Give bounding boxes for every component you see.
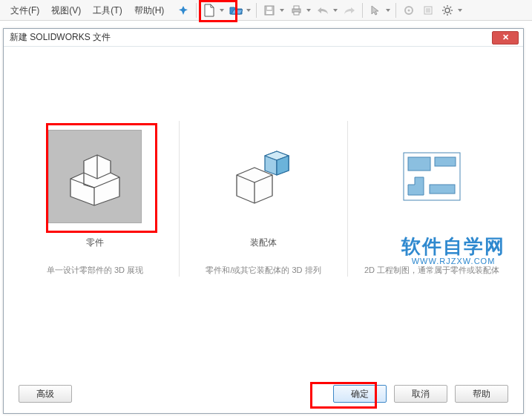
option-drawing-desc: 2D 工程制图，通常属于零件或装配体 xyxy=(364,264,499,277)
dialog-title: 新建 SOLIDWORKS 文件 xyxy=(10,31,111,44)
svg-rect-2 xyxy=(267,7,272,10)
menu-help[interactable]: 帮助(H) xyxy=(128,1,171,20)
dialog-buttons: 高级 确定 取消 帮助 xyxy=(4,385,523,403)
menu-tools[interactable]: 工具(T) xyxy=(87,1,128,20)
advanced-button[interactable]: 高级 xyxy=(19,385,72,403)
undo-button[interactable] xyxy=(314,2,339,19)
option-part[interactable]: 零件 单一设计零部件的 3D 展现 xyxy=(17,128,173,277)
chevron-down-icon[interactable] xyxy=(384,2,392,19)
menu-view[interactable]: 视图(V) xyxy=(45,1,87,20)
svg-rect-24 xyxy=(430,185,455,194)
assembly-thumb xyxy=(215,128,312,225)
drawing-icon xyxy=(395,140,468,213)
chevron-down-icon[interactable] xyxy=(218,2,226,19)
options-icon[interactable] xyxy=(419,2,437,19)
drawing-thumb xyxy=(384,128,480,225)
svg-point-12 xyxy=(445,8,450,13)
pin-icon[interactable] xyxy=(174,2,192,19)
svg-rect-1 xyxy=(266,11,272,14)
save-button[interactable] xyxy=(260,2,286,19)
save-icon xyxy=(260,2,278,19)
rebuild-icon[interactable] xyxy=(400,2,418,19)
dialog-titlebar: 新建 SOLIDWORKS 文件 ✕ xyxy=(4,29,523,47)
folder-open-icon xyxy=(227,2,245,19)
svg-rect-4 xyxy=(294,6,299,9)
dialog-body: 零件 单一设计零部件的 3D 展现 xyxy=(4,47,523,413)
divider xyxy=(347,121,348,277)
svg-rect-5 xyxy=(294,12,299,15)
svg-point-7 xyxy=(408,9,410,11)
chevron-down-icon[interactable] xyxy=(245,2,252,19)
divider xyxy=(179,121,180,277)
option-assembly-title: 装配体 xyxy=(250,237,277,249)
settings-button[interactable] xyxy=(439,2,464,19)
close-icon: ✕ xyxy=(502,33,509,42)
option-part-desc: 单一设计零部件的 3D 展现 xyxy=(47,264,143,277)
menubar: 文件(F) 视图(V) 工具(T) 帮助(H) xyxy=(0,0,532,21)
menu-file[interactable]: 文件(F) xyxy=(4,1,45,20)
watermark-cn: 软件自学网 xyxy=(401,237,505,256)
gear-icon xyxy=(439,2,456,19)
svg-line-20 xyxy=(450,7,452,8)
svg-line-17 xyxy=(444,7,445,8)
svg-rect-22 xyxy=(408,157,430,171)
cursor-icon xyxy=(367,2,384,19)
watermark-en: WWW.RJZXW.COM xyxy=(401,257,505,265)
open-file-button[interactable] xyxy=(227,2,252,19)
assembly-icon xyxy=(227,140,300,213)
watermark: 软件自学网 WWW.RJZXW.COM xyxy=(401,237,505,265)
chevron-down-icon[interactable] xyxy=(305,2,312,19)
chevron-down-icon[interactable] xyxy=(332,2,339,19)
redo-button[interactable] xyxy=(341,2,358,19)
svg-rect-23 xyxy=(435,157,456,166)
new-file-icon xyxy=(200,2,218,19)
new-file-button[interactable] xyxy=(200,2,226,19)
option-part-title: 零件 xyxy=(86,237,104,249)
part-thumb xyxy=(47,128,143,225)
undo-icon xyxy=(314,2,332,19)
ok-button[interactable]: 确定 xyxy=(333,385,387,403)
option-assembly[interactable]: 装配体 零件和/或其它装配体的 3D 排列 xyxy=(185,128,341,277)
svg-line-19 xyxy=(444,13,445,14)
close-button[interactable]: ✕ xyxy=(492,31,519,44)
toolbar xyxy=(174,2,464,19)
chevron-down-icon[interactable] xyxy=(278,2,286,19)
print-button[interactable] xyxy=(287,2,312,19)
part-icon xyxy=(48,130,142,223)
print-icon xyxy=(287,2,305,19)
new-file-dialog: 新建 SOLIDWORKS 文件 ✕ xyxy=(3,28,524,414)
help-button[interactable]: 帮助 xyxy=(455,385,508,403)
option-assembly-desc: 零件和/或其它装配体的 3D 排列 xyxy=(206,264,321,277)
select-button[interactable] xyxy=(367,2,392,19)
svg-line-18 xyxy=(450,13,452,14)
chevron-down-icon[interactable] xyxy=(456,2,464,19)
cancel-button[interactable]: 取消 xyxy=(394,385,447,403)
